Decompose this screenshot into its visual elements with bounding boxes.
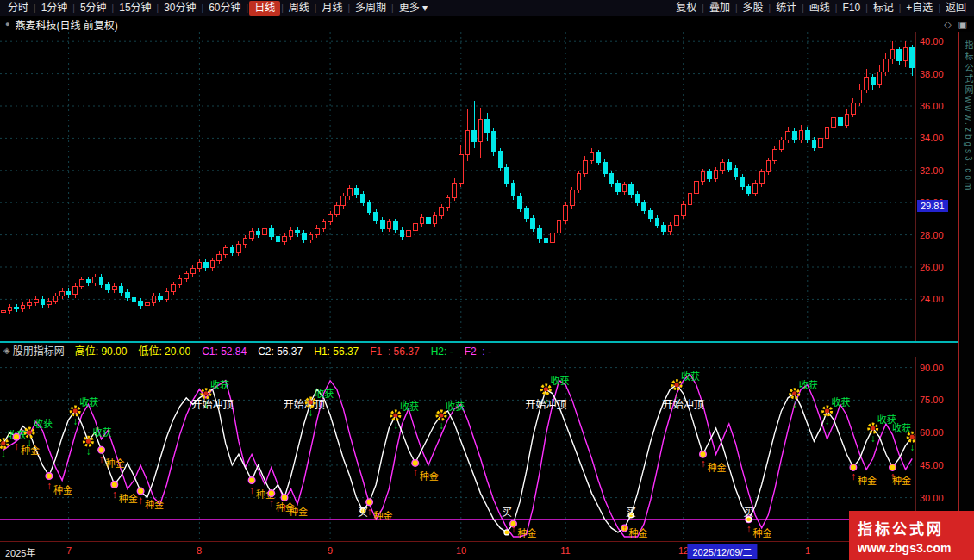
candle (354, 185, 359, 198)
indicator-layer: 开始冲顶开始冲顶开始冲顶开始冲顶↓收获↓收获↓收获↓收获↓收获↓收获↓收获↓收获… (0, 357, 915, 541)
window-icon[interactable]: ▣ (958, 19, 967, 30)
candle (230, 245, 234, 256)
candle (184, 271, 189, 282)
candles-layer (0, 32, 915, 341)
candle (812, 137, 816, 152)
period-button[interactable]: 5分钟 (76, 1, 111, 16)
seed-label: 种金 (53, 484, 72, 495)
candle (746, 184, 751, 196)
harvest-label: 收获 (832, 396, 851, 408)
titlebar-icons: ◇ ▣ (944, 19, 969, 30)
toolbar-separator: | (281, 3, 284, 13)
candle (708, 169, 712, 182)
month-label: 8 (197, 545, 202, 556)
candle (28, 299, 32, 308)
candle (799, 125, 803, 143)
harvest-label: 收获 (92, 426, 111, 438)
seed-gold-marker: ↑种金 (412, 460, 439, 482)
candle (302, 230, 306, 243)
candle (172, 282, 176, 295)
action-button[interactable]: 返回 (941, 1, 971, 16)
indicator-name[interactable]: 股朋指标网 (13, 343, 65, 358)
toolbar-separator: | (391, 3, 394, 13)
action-button[interactable]: 统计 (771, 1, 801, 16)
candle (73, 283, 78, 298)
candle (538, 225, 542, 243)
indicator-collapse-icon[interactable]: ◈ (3, 345, 10, 355)
stock-icon: ● (5, 20, 9, 28)
action-button[interactable]: +自选 (902, 1, 937, 16)
period-button[interactable]: 30分钟 (159, 1, 200, 16)
action-button[interactable]: 标记 (869, 1, 898, 16)
candle (897, 47, 902, 66)
diamond-icon[interactable]: ◇ (944, 19, 951, 30)
candle (8, 304, 12, 314)
candle (832, 114, 836, 130)
candle (263, 225, 267, 238)
candle (367, 200, 371, 216)
candle (420, 214, 424, 227)
candle (622, 182, 627, 195)
right-sidebar-strip[interactable]: 指标公式网www.zbgs3.com (958, 32, 974, 560)
candle (165, 288, 169, 302)
action-button[interactable]: 叠加 (705, 1, 734, 16)
down-arrow-icon: ↓ (674, 389, 679, 401)
indicator-tick: 30.00 (920, 493, 944, 503)
candle (714, 167, 718, 182)
toolbar-separator: | (202, 3, 204, 13)
harvest-sunflower-marker: ↓收获 (823, 396, 851, 427)
harvest-sunflower-marker: ↓收获 (672, 370, 700, 401)
candle (642, 200, 646, 215)
period-button[interactable]: 15分钟 (115, 1, 155, 16)
start-topping-label: 开始冲顶 (663, 398, 704, 411)
period-button[interactable]: 分时 (3, 1, 33, 16)
action-button[interactable]: F10 (838, 1, 865, 16)
candle (440, 204, 444, 219)
period-button[interactable]: 更多 ▾ (395, 1, 432, 16)
harvest-label: 收获 (550, 375, 569, 386)
down-arrow-icon: ↓ (308, 407, 313, 419)
period-button[interactable]: 多周期 (351, 1, 390, 16)
candle (792, 128, 796, 143)
candle (845, 109, 849, 128)
up-arrow-icon: ↑ (269, 497, 274, 509)
toolbar-separator: | (157, 3, 159, 13)
seed-gold-marker: ↑种金 (137, 488, 164, 510)
price-tick: 24.00 (920, 294, 944, 304)
period-button[interactable]: 月线 (317, 1, 347, 16)
candle (217, 251, 222, 264)
candle (106, 282, 110, 293)
action-button[interactable]: 复权 (671, 1, 701, 16)
period-button[interactable]: 日线 (249, 1, 280, 16)
candle (119, 283, 123, 296)
candle (616, 180, 621, 195)
toolbar-separator: | (865, 3, 868, 13)
period-button[interactable]: 1分钟 (37, 1, 72, 16)
indicator-panel[interactable]: 开始冲顶开始冲顶开始冲顶开始冲顶↓收获↓收获↓收获↓收获↓收获↓收获↓收获↓收获… (0, 357, 958, 541)
candlestick-panel[interactable]: 40.0038.0036.0034.0032.0030.0028.0026.00… (0, 32, 958, 341)
candle (701, 169, 705, 185)
candle (681, 201, 685, 219)
period-button[interactable]: 60分钟 (204, 1, 245, 16)
candle (210, 258, 215, 271)
month-label: 9 (328, 545, 333, 556)
watermark-url: www.zbgs3.com (858, 541, 974, 555)
down-arrow-icon: ↓ (792, 398, 797, 410)
toolbar-separator: | (347, 3, 350, 13)
candle (145, 299, 149, 308)
candle (53, 293, 58, 304)
up-arrow-icon: ↑ (14, 440, 19, 452)
down-arrow-icon: ↓ (439, 420, 444, 432)
period-button[interactable]: 周线 (284, 1, 314, 16)
candle (903, 41, 908, 67)
candle (15, 304, 19, 312)
candle (518, 193, 522, 212)
candle (309, 232, 313, 243)
indicator-params: 高位: 90.00低位: 20.00C1: 52.84C2: 56.37H1: … (75, 343, 503, 358)
action-button[interactable]: 画线 (805, 1, 834, 16)
up-arrow-icon: ↑ (138, 495, 143, 507)
seed-gold-marker: ↑种金 (850, 464, 877, 487)
indicator-param: C2: 56.37 (258, 345, 303, 358)
action-button[interactable]: 多股 (739, 1, 768, 16)
up-arrow-icon: ↑ (282, 501, 287, 513)
